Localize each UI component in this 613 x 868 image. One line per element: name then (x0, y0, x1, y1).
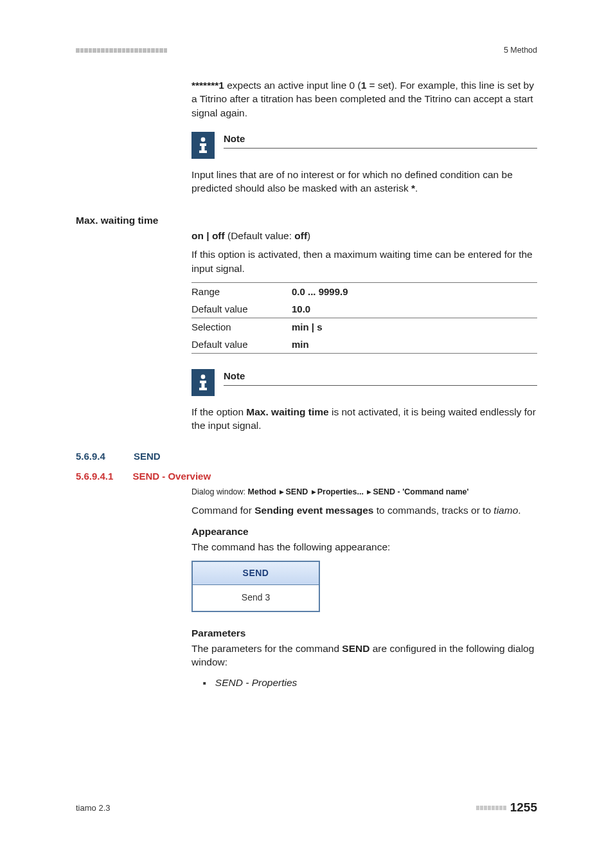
send-widget-body: Send 3 (193, 585, 319, 611)
section-send: 5.6.9.4 SEND (76, 449, 537, 463)
send-widget-header: SEND (193, 562, 319, 586)
chapter-label: 5 Method (504, 45, 537, 57)
max-waiting-time-heading: Max. waiting time (76, 213, 537, 228)
header-decorative-dashes (76, 48, 167, 53)
max-waiting-table: Range 0.0 ... 9999.9 Default value 10.0 … (191, 282, 537, 354)
svg-point-4 (201, 374, 206, 379)
page-number: 1255 (510, 799, 537, 817)
note-body-2: If the option Max. waiting time is not a… (191, 405, 537, 433)
svg-point-0 (201, 137, 206, 141)
selection-label: Selection (191, 318, 292, 336)
default-value-1: 10.0 (292, 300, 537, 318)
note-body-1: Input lines that are of no interest or f… (191, 168, 537, 195)
note-block-1: Note (191, 132, 537, 159)
svg-rect-6 (202, 381, 205, 388)
page-footer: tiamo 2.3 1255 (76, 799, 537, 817)
default-value-2: min (292, 336, 537, 354)
command-description: Command for Sending event messages to co… (191, 503, 537, 518)
subsection-send-overview: 5.6.9.4.1 SEND - Overview (76, 469, 537, 483)
page-header: 5 Method (76, 45, 537, 57)
parameters-desc: The parameters for the command SEND are … (191, 642, 537, 669)
info-icon (191, 132, 215, 159)
info-icon (191, 369, 215, 396)
section-title: SEND (134, 449, 161, 463)
max-waiting-options: on | off (Default value: off) (191, 229, 537, 243)
parameters-heading: Parameters (191, 626, 537, 640)
section-number: 5.6.9.4 (76, 449, 105, 463)
send-command-widget: SEND Send 3 (191, 561, 320, 612)
product-name: tiamo 2.3 (76, 802, 110, 814)
range-label: Range (191, 282, 292, 300)
list-item: SEND - Properties (203, 676, 537, 690)
default-label-1: Default value (191, 300, 292, 318)
subsection-title: SEND - Overview (132, 469, 211, 483)
svg-rect-2 (202, 143, 205, 151)
svg-rect-3 (199, 150, 207, 153)
appearance-heading: Appearance (191, 525, 537, 539)
default-label-2: Default value (191, 336, 292, 354)
svg-rect-7 (199, 388, 207, 390)
intro-paragraph: *******1 expects an active input line 0 … (191, 78, 537, 120)
footer-decorative-dashes (476, 806, 506, 810)
dialog-window-path: Dialog window: Method ▶SEND ▶Properties.… (191, 487, 537, 498)
selection-value: min | s (292, 318, 537, 336)
note-title: Note (224, 369, 537, 386)
appearance-desc: The command has the following appearance… (191, 540, 537, 554)
max-waiting-desc: If this option is activated, then a maxi… (191, 248, 537, 275)
parameters-list: SEND - Properties (191, 676, 537, 690)
range-value: 0.0 ... 9999.9 (292, 282, 537, 300)
note-title: Note (224, 132, 537, 149)
note-block-2: Note (191, 369, 537, 396)
subsection-number: 5.6.9.4.1 (76, 469, 113, 483)
